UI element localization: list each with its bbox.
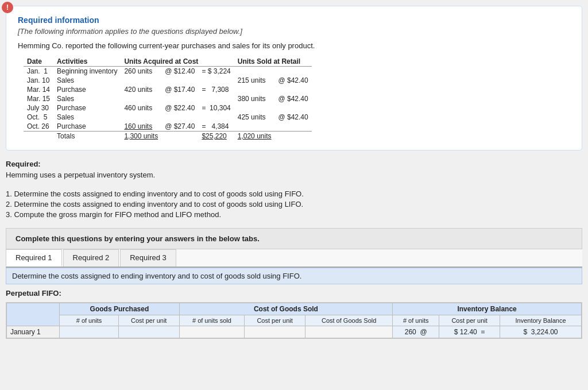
required-item2: 2. Determine the costs assigned to endin…: [6, 200, 582, 208]
complete-box: Complete this questions by entering your…: [6, 228, 582, 249]
complete-text: Complete this questions by entering your…: [16, 234, 260, 243]
col-units-acq: Units Acquired at Cost: [121, 57, 234, 67]
col-units-sold: Units Sold at Retail: [234, 57, 312, 67]
goods-units-input[interactable]: [60, 326, 119, 338]
inv-cost-val: $ 12.40 =: [439, 326, 500, 338]
tab-content: Determine the costs assigned to ending i…: [6, 268, 582, 339]
th-date: [7, 303, 60, 326]
th-inv-units: # of units: [393, 315, 439, 326]
fifo-table-container: Goods Purchased Cost of Goods Sold Inven…: [6, 302, 582, 339]
goods-cost-input[interactable]: [118, 326, 179, 338]
inv-units-val: 260 @: [393, 326, 439, 338]
intro-text: Hemming Co. reported the following curre…: [18, 41, 570, 50]
th-inv-balance-col: Inventory Balance: [500, 315, 582, 326]
th-cogs: Cost of Goods Sold: [179, 303, 393, 315]
cogs-total-input[interactable]: [305, 326, 393, 338]
th-cogs-total: Cost of Goods Sold: [305, 315, 393, 326]
fifo-table: Goods Purchased Cost of Goods Sold Inven…: [6, 303, 582, 338]
required-text1: Hemming uses a perpetual inventory syste…: [6, 171, 582, 179]
th-goods-units: # of units: [60, 315, 119, 326]
row-date: January 1: [7, 326, 60, 338]
required-item1: 1. Determine the costs assigned to endin…: [6, 190, 582, 198]
alert-icon: !: [2, 2, 13, 13]
table-row: Oct. 26 Purchase 160 units @ $27.40 = 4,…: [24, 122, 312, 132]
required-item3: 3. Compute the gross margin for FIFO met…: [6, 210, 582, 219]
cogs-units-input[interactable]: [179, 326, 245, 338]
table-row: Jan. 10 Sales 215 units @ $42.40: [24, 76, 312, 85]
th-goods-cost: Cost per unit: [118, 315, 179, 326]
table-row: Jan. 1 Beginning inventory 260 units @ $…: [24, 67, 312, 76]
tab-required1[interactable]: Required 1: [6, 249, 62, 267]
info-subtitle: [The following information applies to th…: [18, 27, 570, 36]
th-cogs-units: # of units sold: [179, 315, 245, 326]
totals-row: Totals 1,300 units $25,220 1,020 units: [24, 132, 312, 141]
info-title: Required information: [18, 16, 570, 25]
required-section: Required: Hemming uses a perpetual inven…: [6, 160, 582, 219]
col-activities: Activities: [53, 57, 121, 67]
tabs-row: Required 1 Required 2 Required 3: [6, 249, 582, 268]
required-label: Required:: [6, 160, 582, 168]
tab-required3[interactable]: Required 3: [120, 249, 176, 267]
info-box: ! Required information [The following in…: [6, 6, 582, 150]
table-row: Oct. 5 Sales 425 units @ $42.40: [24, 113, 312, 122]
tab-description: Determine the costs assigned to ending i…: [6, 268, 582, 284]
tab-required2[interactable]: Required 2: [63, 249, 119, 267]
th-goods-purchased: Goods Purchased: [60, 303, 179, 315]
section-label: Perpetual FIFO:: [6, 289, 582, 298]
th-inv-cost: Cost per unit: [439, 315, 500, 326]
inventory-table: Date Activities Units Acquired at Cost U…: [24, 57, 312, 141]
table-row: Mar. 15 Sales 380 units @ $42.40: [24, 94, 312, 103]
col-date: Date: [24, 57, 53, 67]
inv-balance-val: $ 3,224.00: [500, 326, 582, 338]
th-inv-balance: Inventory Balance: [393, 303, 582, 315]
table-row: Mar. 14 Purchase 420 units @ $17.40 = 7,…: [24, 85, 312, 94]
cogs-cost-input[interactable]: [245, 326, 305, 338]
th-cogs-cost: Cost per unit: [245, 315, 305, 326]
fifo-row-jan1: January 1 260 @ $ 12.40 = $ 3,224.00: [7, 326, 582, 338]
table-row: July 30 Purchase 460 units @ $22.40 = 10…: [24, 103, 312, 113]
